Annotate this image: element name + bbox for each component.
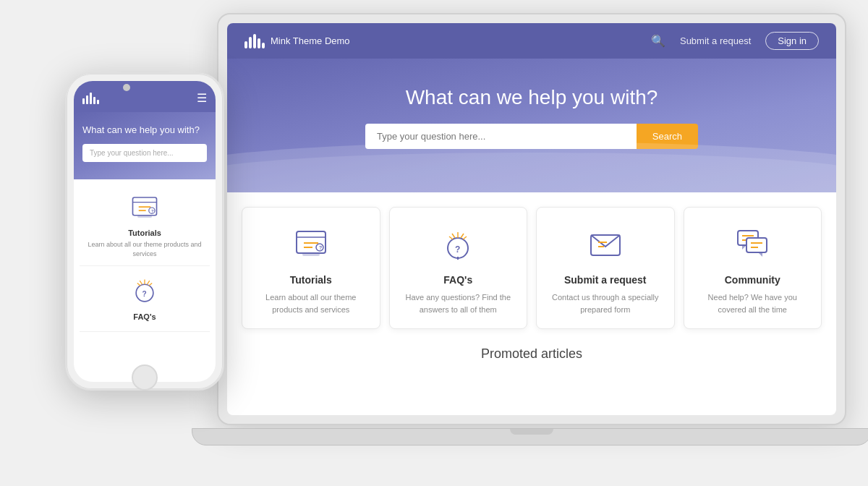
community-card[interactable]: Community Need help? We have you covered… bbox=[684, 207, 822, 329]
svg-line-12 bbox=[463, 236, 467, 239]
submit-request-link[interactable]: Submit a request bbox=[680, 35, 751, 46]
site-hero: What can we help you with? Search bbox=[227, 59, 836, 192]
laptop-base bbox=[192, 428, 868, 446]
category-cards: ? Tutorials Learn about all our theme pr… bbox=[227, 192, 836, 341]
promoted-title: Promoted articles bbox=[242, 346, 822, 362]
community-icon bbox=[731, 222, 774, 265]
phone-hero-title: What can we help you with? bbox=[82, 124, 207, 137]
submit-request-desc: Contact us through a specially prepared … bbox=[547, 291, 664, 315]
svg-line-38 bbox=[149, 284, 152, 286]
phone-faq-card[interactable]: ? FAQ's bbox=[80, 266, 210, 332]
tutorials-icon: ? bbox=[289, 222, 333, 265]
phone-camera bbox=[123, 84, 130, 91]
hamburger-menu-icon[interactable]: ☰ bbox=[197, 91, 207, 105]
phone-content: ? Tutorials Learn about all our theme pr… bbox=[74, 179, 216, 339]
phone-header: ☰ bbox=[74, 81, 216, 112]
logo-bar-3 bbox=[253, 34, 256, 48]
logo-icon bbox=[244, 34, 265, 48]
header-nav: 🔍 Submit a request Sign in bbox=[651, 32, 819, 50]
promoted-section: Promoted articles bbox=[227, 341, 836, 367]
laptop-device: Mink Theme Demo 🔍 Submit a request Sign … bbox=[217, 13, 846, 461]
phone-screen: ☰ What can we help you with? Type your q… bbox=[74, 81, 216, 382]
submit-request-title: Submit a request bbox=[547, 274, 664, 286]
phone-faq-title: FAQ's bbox=[82, 312, 207, 321]
phone-logo-bar-5 bbox=[97, 100, 99, 104]
submit-request-card[interactable]: Submit a request Contact us through a sp… bbox=[536, 207, 675, 329]
svg-text:?: ? bbox=[319, 245, 322, 250]
laptop-notch bbox=[510, 429, 553, 435]
phone-home-button[interactable] bbox=[132, 364, 158, 391]
phone-body: ☰ What can we help you with? Type your q… bbox=[65, 72, 224, 391]
tutorials-card[interactable]: ? Tutorials Learn about all our theme pr… bbox=[242, 207, 380, 329]
phone-tutorials-card[interactable]: ? Tutorials Learn about all our theme pr… bbox=[80, 187, 210, 266]
phone-logo-bar-4 bbox=[93, 97, 95, 104]
logo-bar-4 bbox=[258, 38, 260, 48]
faq-card[interactable]: ? FAQ's Have any questions? Find the ans… bbox=[389, 207, 528, 329]
submit-request-icon bbox=[584, 222, 627, 265]
hero-title: What can we help you with? bbox=[244, 86, 819, 109]
community-desc: Need help? We have you covered all the t… bbox=[694, 291, 812, 315]
laptop-screen: Mink Theme Demo 🔍 Submit a request Sign … bbox=[227, 23, 836, 415]
brand-name: Mink Theme Demo bbox=[271, 35, 350, 46]
phone-search-input[interactable]: Type your question here... bbox=[82, 144, 207, 162]
svg-line-36 bbox=[147, 281, 149, 285]
phone-logo-bar-3 bbox=[90, 93, 92, 104]
phone-tutorials-title: Tutorials bbox=[82, 229, 207, 237]
phone-logo-icon bbox=[82, 93, 99, 104]
svg-text:?: ? bbox=[142, 291, 147, 299]
logo-bar-1 bbox=[244, 41, 247, 48]
svg-rect-22 bbox=[746, 238, 767, 252]
svg-line-37 bbox=[137, 284, 140, 286]
tutorials-desc: Learn about all our theme products and s… bbox=[252, 291, 370, 315]
search-icon[interactable]: 🔍 bbox=[651, 34, 665, 48]
hero-search-form: Search bbox=[365, 124, 698, 149]
search-button[interactable]: Search bbox=[637, 124, 698, 149]
svg-text:?: ? bbox=[455, 244, 460, 255]
phone-logo-bar-2 bbox=[86, 95, 88, 104]
faq-desc: Have any questions? Find the answers to … bbox=[400, 291, 517, 315]
phone-device: ☰ What can we help you with? Type your q… bbox=[65, 72, 224, 391]
phone-tutorials-desc: Learn about all our theme products and s… bbox=[82, 240, 207, 258]
phone-hero: What can we help you with? Type your que… bbox=[74, 112, 216, 179]
community-title: Community bbox=[694, 274, 812, 286]
svg-text:?: ? bbox=[151, 209, 154, 213]
site-header: Mink Theme Demo 🔍 Submit a request Sign … bbox=[227, 23, 836, 59]
svg-rect-6 bbox=[302, 253, 320, 256]
svg-line-10 bbox=[461, 234, 464, 238]
phone-logo-bar-1 bbox=[82, 98, 85, 104]
logo-bar-5 bbox=[262, 43, 265, 48]
svg-marker-25 bbox=[758, 252, 762, 257]
svg-rect-32 bbox=[137, 216, 152, 218]
tutorials-title: Tutorials bbox=[252, 274, 370, 286]
site-logo: Mink Theme Demo bbox=[244, 34, 350, 48]
svg-line-9 bbox=[452, 234, 455, 238]
svg-line-11 bbox=[449, 236, 453, 239]
laptop-body: Mink Theme Demo 🔍 Submit a request Sign … bbox=[217, 13, 846, 425]
svg-line-35 bbox=[140, 281, 142, 285]
faq-title: FAQ's bbox=[400, 274, 517, 286]
logo-bar-2 bbox=[249, 37, 252, 48]
sign-in-button[interactable]: Sign in bbox=[765, 32, 819, 50]
faq-icon: ? bbox=[436, 222, 480, 265]
search-input[interactable] bbox=[365, 124, 637, 149]
